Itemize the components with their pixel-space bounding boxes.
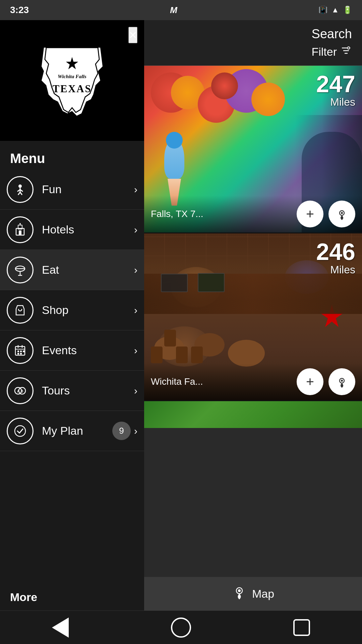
card-2-distance: 246 Miles xyxy=(316,240,355,276)
sidebar-item-myplan[interactable]: My Plan 9 › xyxy=(0,411,144,451)
map-icon xyxy=(232,585,247,603)
sidebar-item-shop[interactable]: Shop › xyxy=(0,290,144,330)
wifi-icon: ▲ xyxy=(331,6,339,14)
card-1-distance-unit: Miles xyxy=(316,96,355,108)
svg-point-36 xyxy=(348,47,350,49)
svg-rect-22 xyxy=(17,351,19,352)
card-2-location-button[interactable] xyxy=(328,368,355,395)
svg-text:TEXAS: TEXAS xyxy=(53,83,92,95)
card-1-actions xyxy=(297,201,355,227)
svg-rect-23 xyxy=(20,351,22,352)
card-1-distance: 247 Miles xyxy=(316,72,355,108)
search-button[interactable]: Search xyxy=(312,27,352,41)
recents-icon xyxy=(293,619,310,636)
card-2-distance-number: 246 xyxy=(316,240,355,264)
svg-line-8 xyxy=(20,192,22,195)
card-3-partial[interactable] xyxy=(144,401,362,428)
card-1-add-button[interactable] xyxy=(297,201,323,227)
fun-icon xyxy=(7,176,34,203)
hotels-label: Hotels xyxy=(42,223,134,236)
card-1-location: Falls, TX 7... xyxy=(151,209,297,219)
tours-label: Tours xyxy=(42,384,134,397)
status-time: 3:23 xyxy=(10,5,29,15)
svg-rect-25 xyxy=(20,353,22,355)
svg-point-31 xyxy=(15,426,25,436)
card-1-bottom: Falls, TX 7... xyxy=(144,196,362,232)
svg-text:A: A xyxy=(17,389,19,393)
logo-area: × Wichita Falls TEXAS xyxy=(0,20,144,141)
fun-arrow: › xyxy=(134,184,137,195)
bottom-navigation xyxy=(0,610,362,644)
myplan-badge: 9 xyxy=(112,422,131,440)
sidebar: × Wichita Falls TEXAS Menu xyxy=(0,20,144,610)
svg-point-40 xyxy=(341,212,343,214)
card-1-distance-number: 247 xyxy=(316,72,355,96)
shop-arrow: › xyxy=(134,305,137,316)
svg-text:Wichita Falls: Wichita Falls xyxy=(58,73,86,79)
svg-point-3 xyxy=(18,184,22,188)
myplan-arrow: › xyxy=(134,425,137,437)
home-icon xyxy=(171,618,191,638)
map-label: Map xyxy=(252,587,274,600)
svg-rect-13 xyxy=(19,230,21,235)
card-1-location-button[interactable] xyxy=(328,201,355,227)
back-icon xyxy=(52,618,69,638)
main-layout: × Wichita Falls TEXAS Menu xyxy=(0,20,362,610)
sidebar-item-tours[interactable]: A B Tours › xyxy=(0,371,144,411)
svg-text:B: B xyxy=(21,389,23,393)
events-arrow: › xyxy=(134,345,137,356)
back-button[interactable] xyxy=(47,614,74,641)
sidebar-item-events[interactable]: Events › xyxy=(0,330,144,371)
right-header: Search Filter xyxy=(144,20,362,66)
status-bar: 3:23 M 📳 ▲ 🔋 xyxy=(0,0,362,20)
myplan-label: My Plan xyxy=(42,424,112,437)
eat-arrow: › xyxy=(134,264,137,276)
cards-container: 247 Miles Falls, TX 7... xyxy=(144,66,362,577)
recents-button[interactable] xyxy=(288,614,315,641)
app-logo: Wichita Falls TEXAS xyxy=(25,34,119,127)
card-2-bottom: Wichita Fa... xyxy=(144,363,362,400)
svg-rect-26 xyxy=(23,351,24,352)
battery-icon: 🔋 xyxy=(343,6,352,14)
card-2-actions xyxy=(297,368,355,395)
svg-rect-24 xyxy=(17,353,19,355)
fun-label: Fun xyxy=(42,183,134,196)
svg-point-47 xyxy=(238,589,241,592)
menu-label: Menu xyxy=(0,141,144,169)
shop-icon xyxy=(7,297,34,324)
tours-arrow: › xyxy=(134,385,137,396)
vibrate-icon: 📳 xyxy=(318,6,327,14)
card-2[interactable]: 246 Miles Wichita Fa... xyxy=(144,233,362,401)
close-button[interactable]: × xyxy=(128,27,137,43)
hotels-arrow: › xyxy=(134,224,137,235)
gmail-icon: M xyxy=(170,5,177,15)
sidebar-item-eat[interactable]: Eat › xyxy=(0,250,144,290)
sidebar-item-hotels[interactable]: Hotels › xyxy=(0,210,144,250)
card-2-location: Wichita Fa... xyxy=(151,376,297,387)
menu-items: Fun › Hotels › xyxy=(0,169,144,584)
card-1[interactable]: 247 Miles Falls, TX 7... xyxy=(144,66,362,233)
more-label: More xyxy=(0,584,144,610)
events-icon xyxy=(7,337,34,364)
eat-icon xyxy=(7,257,34,283)
map-bar[interactable]: Map xyxy=(144,577,362,610)
card-2-add-button[interactable] xyxy=(297,368,323,395)
filter-icon xyxy=(340,45,352,59)
myplan-icon xyxy=(7,418,34,444)
shop-label: Shop xyxy=(42,304,134,317)
right-panel: Search Filter xyxy=(144,20,362,610)
hotels-icon xyxy=(7,216,34,243)
eat-label: Eat xyxy=(42,263,134,276)
home-button[interactable] xyxy=(168,614,194,641)
events-label: Events xyxy=(42,344,134,357)
svg-point-12 xyxy=(19,223,21,224)
sidebar-item-fun[interactable]: Fun › xyxy=(0,169,144,210)
svg-point-45 xyxy=(341,380,343,382)
tours-icon: A B xyxy=(7,377,34,404)
filter-button[interactable]: Filter xyxy=(311,45,337,58)
card-2-distance-unit: Miles xyxy=(316,264,355,276)
